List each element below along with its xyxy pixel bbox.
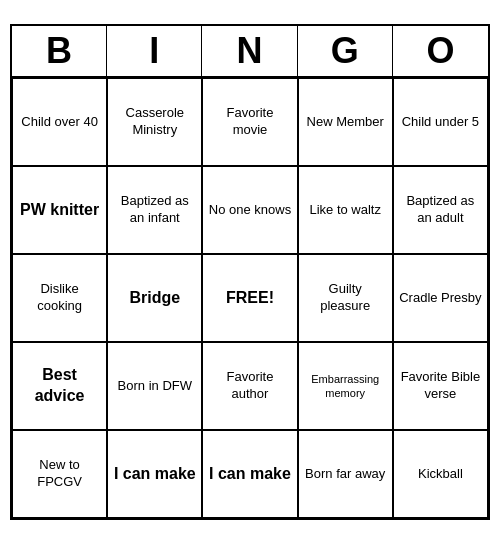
cell-3[interactable]: New Member bbox=[298, 78, 393, 166]
header-i: I bbox=[107, 26, 202, 76]
cell-22[interactable]: I can make bbox=[202, 430, 297, 518]
cell-20[interactable]: New to FPCGV bbox=[12, 430, 107, 518]
cell-1[interactable]: Casserole Ministry bbox=[107, 78, 202, 166]
cell-8[interactable]: Like to waltz bbox=[298, 166, 393, 254]
cell-19[interactable]: Favorite Bible verse bbox=[393, 342, 488, 430]
cell-15[interactable]: Best advice bbox=[12, 342, 107, 430]
cell-6[interactable]: Baptized as an infant bbox=[107, 166, 202, 254]
cell-21[interactable]: I can make bbox=[107, 430, 202, 518]
bingo-header: B I N G O bbox=[12, 26, 488, 78]
cell-16[interactable]: Born in DFW bbox=[107, 342, 202, 430]
cell-9[interactable]: Baptized as an adult bbox=[393, 166, 488, 254]
header-o: O bbox=[393, 26, 488, 76]
cell-12-free[interactable]: FREE! bbox=[202, 254, 297, 342]
cell-13[interactable]: Guilty pleasure bbox=[298, 254, 393, 342]
header-b: B bbox=[12, 26, 107, 76]
cell-11[interactable]: Bridge bbox=[107, 254, 202, 342]
cell-0[interactable]: Child over 40 bbox=[12, 78, 107, 166]
cell-4[interactable]: Child under 5 bbox=[393, 78, 488, 166]
cell-18[interactable]: Embarrassing memory bbox=[298, 342, 393, 430]
cell-5[interactable]: PW knitter bbox=[12, 166, 107, 254]
cell-14[interactable]: Cradle Presby bbox=[393, 254, 488, 342]
header-g: G bbox=[298, 26, 393, 76]
cell-23[interactable]: Born far away bbox=[298, 430, 393, 518]
cell-2[interactable]: Favorite movie bbox=[202, 78, 297, 166]
cell-7[interactable]: No one knows bbox=[202, 166, 297, 254]
cell-24[interactable]: Kickball bbox=[393, 430, 488, 518]
header-n: N bbox=[202, 26, 297, 76]
bingo-card: B I N G O Child over 40 Casserole Minist… bbox=[10, 24, 490, 520]
bingo-grid: Child over 40 Casserole Ministry Favorit… bbox=[12, 78, 488, 518]
cell-17[interactable]: Favorite author bbox=[202, 342, 297, 430]
cell-10[interactable]: Dislike cooking bbox=[12, 254, 107, 342]
